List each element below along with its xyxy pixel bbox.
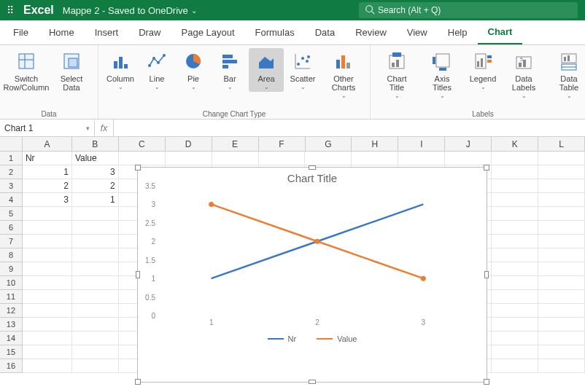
scatter-button[interactable]: Scatter⌄ [285,48,320,92]
row-header[interactable]: 13 [0,318,23,332]
cell[interactable] [538,276,585,290]
cell[interactable] [72,345,119,359]
row-header[interactable]: 5 [0,207,23,221]
cell[interactable] [23,332,72,345]
chart-object[interactable]: Chart Title 00.511.522.533.5 123 NrValue [137,167,487,383]
tab-help[interactable]: Help [438,21,478,44]
column-header[interactable]: K [492,137,538,151]
chart-plot-area[interactable]: 00.511.522.533.5 123 [158,186,475,332]
app-launcher-icon[interactable]: ⠿ [0,4,20,16]
row-header[interactable]: 11 [0,290,23,304]
cell[interactable] [23,235,72,248]
chart-handle[interactable] [309,380,316,384]
legend-item[interactable]: Value [317,334,357,343]
cell[interactable] [72,304,119,318]
cell[interactable] [212,152,259,165]
cell[interactable] [492,179,538,193]
cell[interactable] [23,304,72,318]
cell[interactable] [23,221,72,235]
column-header[interactable]: H [352,137,398,151]
pie-button[interactable]: Pie⌄ [176,48,211,92]
chart-legend[interactable]: NrValue [138,332,487,348]
cell[interactable] [72,248,119,262]
cell[interactable] [72,262,119,276]
column-header[interactable]: D [166,137,212,151]
cell[interactable] [445,152,492,165]
cell[interactable] [259,152,306,165]
column-header[interactable]: C [119,137,166,151]
cell[interactable] [538,221,585,235]
cell[interactable] [538,193,585,207]
cell[interactable]: 2 [23,179,72,193]
chart-handle[interactable] [309,165,316,170]
tab-view[interactable]: View [397,21,438,44]
cell[interactable] [538,332,585,345]
legend-item[interactable]: Nr [268,334,297,343]
row-header[interactable]: 3 [0,179,23,193]
cell[interactable] [538,152,585,165]
cell[interactable] [23,345,72,359]
row-header[interactable]: 14 [0,332,23,345]
cell[interactable] [23,359,72,373]
cell[interactable] [352,152,398,165]
legend-button[interactable]: Legend⌄ [465,48,500,92]
cell[interactable] [538,248,585,262]
tab-formulas[interactable]: Formulas [245,21,305,44]
cell[interactable] [72,318,119,332]
cell[interactable]: 1 [72,193,119,207]
chart-handle[interactable] [135,165,141,170]
cell[interactable] [538,345,585,359]
cell[interactable] [23,276,72,290]
data-table-button[interactable]: DataTable⌄ [547,48,585,101]
tab-home[interactable]: Home [39,21,85,44]
name-box[interactable]: Chart 1 ▾ [0,119,95,136]
cell[interactable] [538,262,585,276]
column-header[interactable]: B [72,137,119,151]
cell[interactable] [492,235,538,248]
axis-titles-button[interactable]: AxisTitles⌄ [420,48,464,101]
cell[interactable] [72,221,119,235]
cell[interactable] [492,332,538,345]
row-header[interactable]: 4 [0,193,23,207]
cell[interactable] [492,207,538,221]
cell[interactable]: 3 [72,165,119,179]
switch-row-column-button[interactable]: SwitchRow/Column [4,48,48,93]
row-header[interactable]: 15 [0,345,23,359]
tab-chart[interactable]: Chart [478,20,523,44]
cell[interactable]: Value [72,152,119,165]
line-button[interactable]: Line⌄ [139,48,174,92]
cell[interactable] [538,290,585,304]
cell[interactable] [538,318,585,332]
cell[interactable] [492,193,538,207]
cell[interactable]: 1 [23,165,72,179]
row-header[interactable]: 7 [0,235,23,248]
area-button[interactable]: Area⌄ [249,48,284,92]
cell[interactable] [72,332,119,345]
formula-input[interactable] [114,119,585,136]
chart-handle[interactable] [484,165,489,170]
chart-handle[interactable] [484,379,489,385]
column-header[interactable]: A [23,137,72,151]
cell[interactable] [538,235,585,248]
cell[interactable]: Nr [23,152,72,165]
cell[interactable] [23,262,72,276]
chart-handle[interactable] [135,379,141,385]
bar-button[interactable]: Bar⌄ [212,48,247,92]
tab-page-layout[interactable]: Page Layout [171,21,245,44]
cell[interactable] [492,345,538,359]
column-header[interactable]: F [259,137,306,151]
column-button[interactable]: Column⌄ [103,48,138,92]
cell[interactable] [492,290,538,304]
cell[interactable] [398,152,445,165]
cell[interactable] [166,152,212,165]
cell[interactable] [23,248,72,262]
cell[interactable] [538,179,585,193]
row-header[interactable]: 12 [0,304,23,318]
data-labels-button[interactable]: 5DataLabels⌄ [502,48,546,101]
document-title[interactable]: Mappe 2 - Saved to OneDrive ⌄ [63,5,197,16]
chart-title-text[interactable]: Chart Title [138,168,487,186]
cell[interactable] [23,290,72,304]
chart-handle[interactable] [484,271,489,278]
cell[interactable] [72,276,119,290]
tab-insert[interactable]: Insert [85,21,129,44]
